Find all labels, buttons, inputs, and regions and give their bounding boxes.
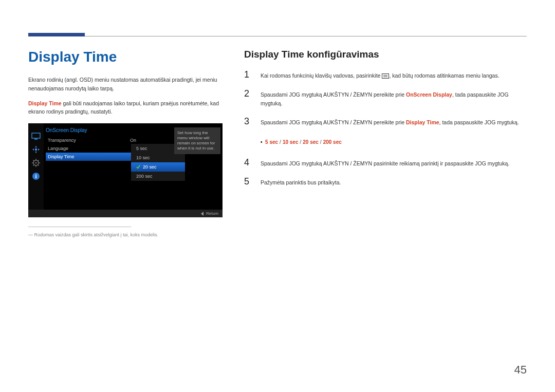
svg-rect-0 [32,133,40,138]
osd-option-20sec: 20 sec [131,162,185,172]
osd-row-displaytime: Display Time [46,153,138,161]
info-icon: i [30,171,42,182]
footnote-text: ― Rodomas vaizdas gali skirtis atsižvelg… [28,232,224,237]
top-rule [28,36,527,36]
intro-paragraph-1: Ekrano rodinių (angl. OSD) meniu nustato… [28,76,224,93]
step-number-3: 3 [244,116,254,127]
osd-screenshot: i OnScreen Display TransparencyOn Langua… [28,123,223,217]
step-text-3: Spausdami JOG mygtuką AUKŠTYN / ŽEMYN pe… [261,118,527,127]
intro-paragraph-2: Display Time gali būti naudojamas laiko … [28,99,224,117]
right-column: Display Time konfigūravimas 1 Kai rodoma… [244,49,527,237]
header-accent-bar [28,33,85,36]
osd-row-language: Language [46,144,138,153]
osd-row-transparency: TransparencyOn [46,136,138,144]
osd-help-text: Set how long the menu window will remain… [174,127,220,154]
move-icon [30,144,42,155]
section-heading: Display Time konfigūravimas [244,49,527,60]
page-title: Display Time [28,49,224,65]
left-column: Display Time Ekrano rodinių (angl. OSD) … [28,49,224,237]
options-line: • 5 sec/10 sec/20 sec/200 sec [261,139,527,145]
osd-option-200sec: 200 sec [131,172,185,181]
step-number-1: 1 [244,69,254,80]
step-number-5: 5 [244,176,254,187]
svg-rect-1 [34,139,38,140]
osd-sidebar: i [28,123,44,217]
osd-menu-title: OnScreen Display [46,127,138,133]
osd-menu: OnScreen Display TransparencyOn Language… [46,127,138,161]
osd-option-10sec: 10 sec [131,153,185,162]
emphasis-term: Display Time [28,100,62,106]
step-text-5: Pažymėta parinktis bus pritaikyta. [261,178,527,187]
check-icon [136,165,140,169]
steps-list: 1 Kai rodomas funkcinių klavišų vadovas,… [244,69,527,187]
step-number-4: 4 [244,157,254,168]
step-number-2: 2 [244,88,254,99]
footnote-rule [28,227,131,227]
step-text-1: Kai rodomas funkcinių klavišų vadovas, p… [261,71,527,80]
osd-bottom-bar: Return [28,210,223,217]
step-text-2: Spausdami JOG mygtuką AUKŠTYN / ŽEMYN pe… [261,90,527,108]
menu-icon [382,73,389,79]
step-text-4: Spausdami JOG mygtuką AUKŠTYN / ŽEMYN pa… [261,159,527,168]
svg-text:i: i [35,173,36,179]
page-number: 45 [514,363,527,377]
monitor-icon [30,130,42,142]
back-arrow-icon [201,212,203,216]
svg-point-3 [35,162,37,164]
gear-icon [30,157,42,169]
content-columns: Display Time Ekrano rodinių (angl. OSD) … [28,49,527,237]
